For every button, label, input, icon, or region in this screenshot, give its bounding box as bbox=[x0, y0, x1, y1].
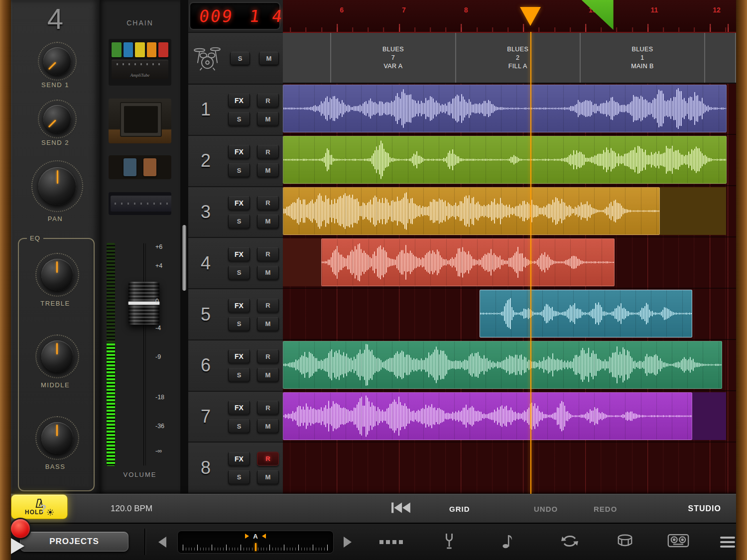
solo-button[interactable]: S bbox=[228, 163, 250, 177]
fx-button[interactable]: FX bbox=[228, 247, 250, 261]
song-position-strip[interactable]: A bbox=[177, 531, 334, 554]
mute-button[interactable]: M bbox=[257, 317, 279, 331]
grid-button[interactable]: GRID bbox=[449, 504, 470, 513]
audio-clip[interactable] bbox=[480, 290, 692, 337]
pattern-cell[interactable]: BLUES7VAR A bbox=[331, 33, 456, 83]
track-number[interactable]: 6 bbox=[194, 355, 217, 376]
rec-button[interactable]: R bbox=[257, 401, 279, 415]
playhead-line[interactable] bbox=[530, 32, 531, 494]
menu-button[interactable] bbox=[720, 534, 735, 550]
drums-button[interactable] bbox=[617, 534, 633, 551]
metronome-note-button[interactable] bbox=[502, 533, 513, 552]
audio-clip[interactable] bbox=[283, 136, 727, 184]
fx-button[interactable]: FX bbox=[228, 94, 250, 108]
bass-knob[interactable] bbox=[35, 416, 79, 460]
drum-mute-button[interactable]: M bbox=[259, 52, 279, 65]
chain-slot-pedalboard[interactable]: AmpliTube bbox=[109, 39, 171, 86]
help-button[interactable]: ? bbox=[40, 502, 46, 515]
send2-knob-cap[interactable] bbox=[43, 105, 71, 133]
rec-button[interactable]: R bbox=[257, 247, 279, 261]
volume-fader-handle[interactable] bbox=[128, 282, 159, 325]
chain-slot-pedals[interactable] bbox=[109, 155, 171, 179]
solo-button[interactable]: S bbox=[228, 419, 250, 433]
track-number[interactable]: 5 bbox=[194, 304, 217, 325]
pattern-cell[interactable]: BLUES1MAIN B bbox=[581, 33, 705, 83]
redo-button[interactable]: REDO bbox=[594, 504, 617, 513]
fx-button[interactable]: FX bbox=[228, 196, 250, 210]
audio-clip[interactable] bbox=[283, 341, 722, 389]
undo-button[interactable]: UNDO bbox=[534, 504, 558, 513]
pattern-cell[interactable] bbox=[283, 33, 331, 83]
audio-clip[interactable] bbox=[321, 238, 615, 286]
rewind-button[interactable] bbox=[390, 501, 411, 516]
chain-slot-cabinet[interactable] bbox=[109, 99, 171, 143]
pan-knob[interactable] bbox=[31, 160, 83, 212]
tuner-button[interactable] bbox=[442, 532, 456, 552]
rec-button[interactable]: R bbox=[257, 145, 279, 159]
track-number[interactable]: 8 bbox=[194, 457, 217, 478]
audio-clip[interactable] bbox=[283, 392, 692, 440]
loop-button[interactable] bbox=[561, 534, 579, 551]
treble-knob[interactable] bbox=[35, 253, 79, 297]
track-lane-3[interactable] bbox=[283, 186, 736, 237]
solo-button[interactable]: S bbox=[228, 368, 250, 382]
metronome-hold-button[interactable]: HOLD bbox=[11, 494, 68, 519]
solo-button[interactable]: S bbox=[228, 317, 250, 331]
mute-button[interactable]: M bbox=[257, 265, 279, 279]
track-lane-2[interactable] bbox=[283, 135, 736, 186]
mute-button[interactable]: M bbox=[257, 112, 279, 126]
mute-button[interactable]: M bbox=[257, 214, 279, 228]
solo-button[interactable]: S bbox=[228, 265, 250, 279]
bass-knob-cap[interactable] bbox=[41, 422, 73, 454]
bpm-display[interactable]: 120.0 BPM bbox=[111, 504, 152, 514]
track-lane-8[interactable] bbox=[283, 443, 736, 494]
send1-knob[interactable] bbox=[38, 42, 77, 81]
rec-button[interactable]: R bbox=[257, 451, 279, 465]
track-number[interactable]: 7 bbox=[194, 406, 217, 427]
divider-handle[interactable] bbox=[182, 225, 186, 291]
rec-button[interactable]: R bbox=[257, 94, 279, 108]
mute-button[interactable]: M bbox=[257, 470, 279, 484]
prev-section-button[interactable] bbox=[158, 537, 166, 548]
send1-knob-cap[interactable] bbox=[43, 47, 71, 75]
ruler[interactable]: 678101112 bbox=[283, 0, 736, 33]
pattern-cell[interactable] bbox=[705, 33, 736, 83]
fx-button[interactable]: FX bbox=[228, 401, 250, 415]
rec-button[interactable]: R bbox=[257, 298, 279, 312]
fx-button[interactable]: FX bbox=[228, 451, 250, 465]
play-button[interactable] bbox=[11, 538, 24, 554]
send2-knob[interactable] bbox=[38, 100, 77, 138]
solo-button[interactable]: S bbox=[228, 470, 250, 484]
rec-button[interactable]: R bbox=[257, 349, 279, 363]
track-lane-1[interactable] bbox=[283, 84, 736, 135]
rec-button[interactable]: R bbox=[257, 196, 279, 210]
pan-knob-cap[interactable] bbox=[38, 167, 76, 205]
track-number[interactable]: 4 bbox=[194, 253, 217, 274]
fx-button[interactable]: FX bbox=[228, 145, 250, 159]
apps-dots-button[interactable] bbox=[379, 540, 403, 544]
solo-button[interactable]: S bbox=[228, 214, 250, 228]
solo-button[interactable]: S bbox=[228, 112, 250, 126]
track-number[interactable]: 3 bbox=[194, 202, 217, 223]
track-number[interactable]: 1 bbox=[194, 99, 217, 120]
projects-button[interactable]: PROJECTS bbox=[20, 532, 128, 552]
recorder-button[interactable] bbox=[667, 532, 689, 552]
track-lane-7[interactable] bbox=[283, 391, 736, 443]
middle-knob[interactable] bbox=[35, 335, 79, 378]
track-lane-6[interactable] bbox=[283, 340, 736, 391]
record-button[interactable] bbox=[11, 519, 30, 538]
studio-button[interactable]: STUDIO bbox=[688, 504, 721, 513]
chain-slot-rack[interactable] bbox=[109, 192, 171, 215]
playhead-marker[interactable] bbox=[520, 7, 541, 26]
next-section-button[interactable] bbox=[344, 537, 352, 548]
mute-button[interactable]: M bbox=[257, 163, 279, 177]
audio-clip[interactable] bbox=[283, 187, 660, 235]
track-lane-5[interactable] bbox=[283, 289, 736, 340]
mute-button[interactable]: M bbox=[257, 419, 279, 433]
pattern-cell[interactable]: BLUES2FILL A bbox=[456, 33, 581, 83]
track-lane-4[interactable] bbox=[283, 237, 736, 289]
section-end-marker[interactable] bbox=[582, 0, 614, 30]
track-number[interactable]: 2 bbox=[194, 150, 217, 171]
middle-knob-cap[interactable] bbox=[41, 340, 73, 372]
fx-button[interactable]: FX bbox=[228, 349, 250, 363]
